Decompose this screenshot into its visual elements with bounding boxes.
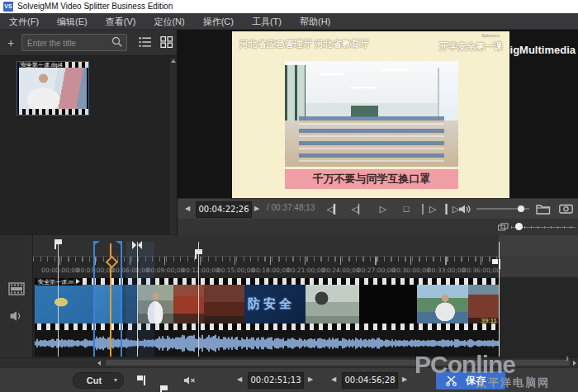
- set-end-marker-button[interactable]: [160, 385, 168, 392]
- timeline-track-gutter: [0, 235, 33, 357]
- menu-item[interactable]: 文件(F): [0, 13, 48, 30]
- volume-slider-knob[interactable]: [518, 205, 524, 212]
- step-back-frame-button[interactable]: ◁▏: [349, 201, 367, 216]
- thumb-classroom: [306, 285, 359, 324]
- classroom-photo: [285, 61, 458, 167]
- stop-button[interactable]: □: [397, 201, 415, 216]
- library-scrollbar[interactable]: [170, 58, 177, 234]
- filmstrip-thumbnails: 防安全: [35, 285, 499, 324]
- save-button[interactable]: 保存: [436, 371, 505, 390]
- menu-item[interactable]: 定位(N): [144, 13, 193, 30]
- open-folder-icon[interactable]: [536, 203, 551, 215]
- audio-waveform: [35, 330, 499, 357]
- library-toolbar: +: [0, 30, 177, 56]
- list-view-icon[interactable]: [139, 36, 152, 48]
- clip-end-time-label: 39:11: [446, 317, 497, 324]
- timeline-marker-flag[interactable]: [54, 239, 63, 249]
- start-time-decrease-button[interactable]: ◀: [233, 373, 246, 386]
- end-time-decrease-button[interactable]: ◀: [327, 373, 340, 386]
- scissors-icon: [446, 375, 457, 386]
- menu-item[interactable]: 编辑(E): [48, 13, 97, 30]
- zoom-slider-knob[interactable]: [515, 223, 523, 230]
- start-time-increase-button[interactable]: ▶: [304, 373, 317, 386]
- thumb-black-frame: [359, 285, 417, 324]
- search-icon[interactable]: [111, 36, 122, 47]
- timeline-scale-icon: [498, 223, 509, 232]
- marker-row-after-end: [499, 235, 578, 256]
- thumb-blue-slide: [35, 285, 93, 324]
- selection-start-line: [93, 242, 95, 357]
- caption-banner: 千万不要与同学互换口罩: [285, 169, 458, 189]
- thumb-blue-slide: [93, 285, 121, 324]
- ruler-after-end: [499, 256, 578, 277]
- paired-marker[interactable]: [132, 241, 142, 249]
- thumb-title-card: 防安全: [244, 285, 306, 324]
- slide-header-right: 开学安全第一课: [439, 40, 503, 53]
- bottom-control-bar: Cut ▾ ◀ 00:02:51;13 ▶ ◀ 00:04:56;28 ▶ 保存: [0, 367, 578, 392]
- menu-item[interactable]: 帮助(H): [291, 13, 339, 30]
- selection-in-handle[interactable]: [93, 241, 100, 246]
- marker-line: [58, 242, 59, 357]
- mute-fragment-icon[interactable]: [183, 375, 197, 385]
- app-window: VS SolveigMM Video Splitter Business Edi…: [0, 0, 578, 392]
- scroll-left-icon[interactable]: [97, 361, 101, 366]
- total-duration-label: / 00:37:48;13: [267, 203, 315, 212]
- library-clip-item[interactable]: 安全第一课.mp4 09:11: [17, 61, 89, 116]
- add-media-button[interactable]: +: [3, 35, 18, 51]
- fragment-end-time[interactable]: 00:04:56;28: [342, 372, 398, 389]
- set-start-marker-button[interactable]: [137, 375, 145, 385]
- chevron-down-icon: ▾: [114, 373, 117, 388]
- menu-item[interactable]: 操作(C): [194, 13, 243, 30]
- menu-item[interactable]: 查看(V): [97, 13, 145, 30]
- clip-name-label: 安全第一课.mp4: [19, 62, 64, 68]
- grid-view-icon[interactable]: [160, 36, 173, 48]
- snapshot-camera-icon[interactable]: [559, 203, 573, 214]
- window-title: SolveigMM Video Splitter Business Editio…: [17, 2, 173, 11]
- app-icon: VS: [3, 2, 13, 12]
- timeline-scrollbar[interactable]: [0, 357, 578, 367]
- current-time-display[interactable]: 00:04:22;26: [196, 201, 252, 218]
- library-panel: + 安全第一课.mp4 09:11: [0, 30, 178, 235]
- media-end-marker[interactable]: [492, 259, 500, 269]
- scrollbar-thumb[interactable]: [106, 360, 570, 366]
- volume-slider[interactable]: [476, 208, 529, 210]
- time-step-back-button[interactable]: ◀: [182, 202, 193, 215]
- search-input[interactable]: [26, 35, 111, 51]
- caption-text: 千万不要与同学互换口罩: [285, 169, 458, 189]
- timeline-area: 00:00:00;0000:03:00;0000:06:00;0000:09:0…: [0, 235, 578, 357]
- video-preview-area: SolveigMultimedia 河北省应急管理厅 河北省教育厅 开学安全第一…: [178, 30, 578, 198]
- timeline-marker-flag[interactable]: [195, 249, 203, 259]
- edit-mode-dropdown[interactable]: Cut ▾: [73, 372, 124, 389]
- time-step-forward-button[interactable]: ▶: [251, 202, 263, 215]
- filmstrip-sprockets: [35, 324, 499, 330]
- play-button[interactable]: ▷: [374, 201, 392, 216]
- fragment-start-time[interactable]: 00:02:51;13: [248, 372, 304, 389]
- playback-control-bar: ◀ 00:04:22;26 ▶ / 00:37:48;13 ◁▎ ◁▏ ▷ □ …: [178, 198, 578, 219]
- video-track-icon: [8, 282, 25, 295]
- video-track[interactable]: 防安全: [35, 278, 499, 330]
- video-frame: 河北省应急管理厅 河北省教育厅 开学安全第一课 Sdcceru 千万不要与同学互…: [232, 31, 509, 198]
- scroll-right-icon[interactable]: [573, 361, 576, 366]
- timeline-marker-row[interactable]: [33, 235, 578, 256]
- menu-bar: 文件(F)编辑(E)查看(V)定位(N)操作(C)工具(T)帮助(H): [0, 13, 578, 30]
- audio-track-icon: [8, 309, 25, 323]
- scroll-up-icon[interactable]: [171, 59, 176, 63]
- clip-cut-icon: [76, 279, 80, 284]
- menu-item[interactable]: 工具(T): [243, 13, 291, 30]
- selection-region: [126, 242, 154, 357]
- photo-desks: [299, 116, 444, 165]
- filmstrip-sprockets: [17, 109, 88, 115]
- selection-out-handle[interactable]: [116, 241, 122, 246]
- audio-track[interactable]: [35, 330, 499, 357]
- selection-end-line: [121, 242, 122, 357]
- ceiling-light: [320, 73, 343, 75]
- volume-icon[interactable]: [458, 204, 471, 215]
- end-time-increase-button[interactable]: ▶: [398, 373, 411, 386]
- save-button-label: 保存: [466, 371, 486, 390]
- thumb-truck: [173, 285, 204, 324]
- edit-mode-label: Cut: [87, 375, 102, 385]
- step-forward-frame-button[interactable]: ▏▷: [420, 201, 438, 216]
- thumb-title-text: 防安全: [248, 296, 295, 312]
- ruler-major-ticks: [59, 257, 499, 265]
- previous-marker-button[interactable]: ◁▎: [325, 201, 343, 216]
